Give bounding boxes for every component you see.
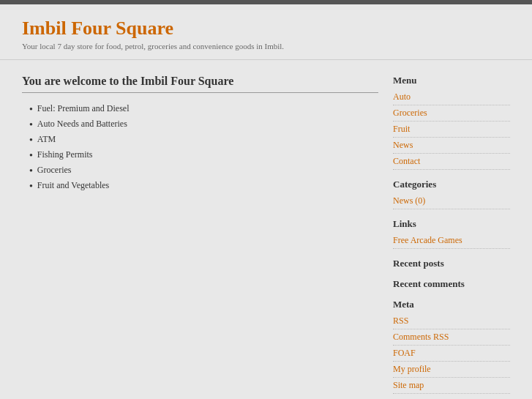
sidebar-link[interactable]: Contact xyxy=(393,154,510,170)
list-item: Fishing Permits xyxy=(29,149,378,160)
content-wrapper: You are welcome to the Imbil Four Square… xyxy=(0,60,532,399)
list-item: ATM xyxy=(29,134,378,145)
sidebar-link[interactable]: Comments RSS xyxy=(393,329,510,346)
meta-section-title: Meta xyxy=(393,299,510,310)
site-tagline: Your local 7 day store for food, petrol,… xyxy=(22,42,510,51)
links-links: Free Arcade Games xyxy=(393,233,510,249)
sidebar-link[interactable]: RSS xyxy=(393,313,510,329)
sidebar-link[interactable]: FOAF xyxy=(393,346,510,362)
categories-section-title: Categories xyxy=(393,179,510,190)
main-content: You are welcome to the Imbil Four Square… xyxy=(22,75,378,394)
recent-comments-title: Recent comments xyxy=(393,278,510,290)
sidebar-link[interactable]: My profile xyxy=(393,362,510,378)
menu-section-title: Menu xyxy=(393,75,510,86)
sidebar-link[interactable]: Free Arcade Games xyxy=(393,233,510,249)
main-heading: You are welcome to the Imbil Four Square xyxy=(22,75,378,93)
list-item: Fuel: Premium and Diesel xyxy=(29,103,378,114)
menu-links: AutoGroceriesFruitNewsContact xyxy=(393,89,510,170)
sidebar-link[interactable]: Groceries xyxy=(393,105,510,122)
list-item: Groceries xyxy=(29,165,378,176)
page-wrapper: Imbil Four Square Your local 7 day store… xyxy=(0,0,532,399)
meta-links: RSSComments RSSFOAFMy profileSite map xyxy=(393,313,510,394)
list-item: Auto Needs and Batteries xyxy=(29,119,378,130)
sidebar-link[interactable]: News (0) xyxy=(393,193,510,209)
sidebar-link[interactable]: Auto xyxy=(393,89,510,105)
sidebar: Menu AutoGroceriesFruitNewsContact Categ… xyxy=(393,75,510,394)
categories-links: News (0) xyxy=(393,193,510,209)
sidebar-link[interactable]: Fruit xyxy=(393,122,510,138)
recent-posts-title: Recent posts xyxy=(393,258,510,269)
site-title[interactable]: Imbil Four Square xyxy=(22,18,510,40)
links-section-title: Links xyxy=(393,218,510,230)
sidebar-link[interactable]: News xyxy=(393,138,510,154)
sidebar-link[interactable]: Site map xyxy=(393,378,510,394)
site-header: Imbil Four Square Your local 7 day store… xyxy=(0,4,532,60)
list-item: Fruit and Vegetables xyxy=(29,180,378,191)
features-list: Fuel: Premium and DieselAuto Needs and B… xyxy=(22,103,378,191)
